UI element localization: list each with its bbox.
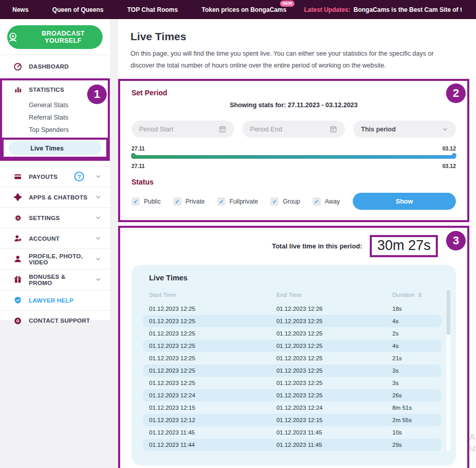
table-row: 01.12.2023 12:2501.12.2023 12:252s	[143, 327, 441, 340]
period-preset-value: This period	[361, 126, 396, 133]
cell-start-time: 01.12.2023 12:25	[149, 355, 276, 361]
cell-duration: 10s	[392, 429, 435, 436]
slider-labels-top: 27.11 03.12	[132, 145, 456, 152]
credit-card-icon	[13, 172, 22, 181]
showing-stats-text: Showing stats for: 27.11.2023 - 03.12.20…	[132, 102, 456, 109]
contact-support-label: CONTACT SUPPORT	[29, 317, 90, 324]
date-range-slider: 27.11 03.12 27.11 03.12	[132, 145, 456, 169]
annotation-box-1-inner: Live Times	[2, 138, 108, 159]
annotation-box-1: 1 STATISTICS General Stats Referral Stat…	[0, 78, 110, 161]
sidebar-item-bonuses-promo[interactable]: BONUSES & PROMO	[0, 269, 110, 290]
webcam-icon	[7, 31, 19, 43]
column-header-duration[interactable]: Duration ⇅	[392, 292, 435, 298]
period-start-input[interactable]: Period Start	[132, 121, 234, 138]
checkbox-public[interactable]: ✓ Public	[132, 197, 161, 206]
sidebar-item-contact-support[interactable]: CONTACT SUPPORT	[0, 310, 110, 331]
sidebar-item-top-spenders[interactable]: Top Spenders	[2, 124, 108, 136]
payouts-help-icon[interactable]: ?	[74, 172, 84, 181]
sidebar-item-live-times[interactable]: Live Times	[4, 140, 106, 157]
cell-duration: 3s	[392, 367, 435, 374]
apps-chatbots-label: APPS & CHATBOTS	[29, 194, 88, 200]
nav-news[interactable]: News	[12, 6, 28, 13]
cell-start-time: 01.12.2023 12:12	[149, 417, 276, 423]
sort-icon[interactable]: ⇅	[418, 292, 422, 298]
checkbox-away[interactable]: ✓ Away	[313, 197, 340, 206]
column-header-start-time: Start Time	[149, 292, 276, 298]
cell-end-time: 01.12.2023 12:15	[276, 417, 392, 423]
nav-queen-of-queens[interactable]: Queen of Queens	[52, 6, 103, 13]
slider-track[interactable]	[132, 155, 456, 159]
sidebar-item-referral-stats[interactable]: Referral Stats	[2, 111, 108, 124]
sidebar-item-settings[interactable]: SETTINGS	[0, 207, 110, 228]
cell-duration: 21s	[392, 355, 435, 361]
checkbox-checked-icon: ✓	[173, 197, 182, 206]
dashboard-gauge-icon	[13, 62, 22, 71]
results-panel: 3 Total live time in this period: 30m 27…	[118, 226, 469, 468]
sidebar-item-apps-chatbots[interactable]: APPS & CHATBOTS	[0, 187, 110, 207]
live-times-card-title: Live Times	[149, 274, 456, 282]
cell-duration: 8m 51s	[392, 405, 435, 411]
calendar-icon	[330, 125, 337, 133]
table-row: 01.12.2023 12:2501.12.2023 12:2618s	[143, 303, 441, 315]
slider-start-label-top: 27.11	[132, 145, 145, 152]
account-label: ACCOUNT	[29, 236, 60, 242]
cell-end-time: 01.12.2023 11:45	[276, 429, 392, 436]
sidebar-item-account[interactable]: ACCOUNT	[0, 228, 110, 248]
table-row: 01.12.2023 11:4501.12.2023 11:4510s	[143, 426, 441, 439]
cell-end-time: 01.12.2023 12:25	[276, 367, 392, 374]
table-scrollbar[interactable]	[447, 289, 450, 451]
support-icon	[13, 316, 22, 325]
column-header-end-time: End Time	[276, 292, 392, 298]
checkbox-private-label: Private	[186, 198, 205, 205]
cell-end-time: 01.12.2023 12:25	[276, 392, 392, 398]
table-scrollbar-thumb[interactable]	[447, 290, 450, 335]
total-live-time-label: Total live time in this period:	[272, 242, 362, 250]
nav-top-chat-rooms[interactable]: TOP Chat Rooms	[127, 6, 178, 13]
table-row: 01.12.2023 12:1201.12.2023 12:152m 55s	[143, 414, 441, 426]
period-end-placeholder: Period End	[250, 126, 282, 133]
cell-end-time: 01.12.2023 12:25	[276, 355, 392, 361]
checkbox-group[interactable]: ✓ Group	[270, 197, 300, 206]
cell-end-time: 01.12.2023 12:26	[276, 306, 392, 312]
checkbox-checked-icon: ✓	[217, 197, 225, 206]
ticker-message: BongaCams is the Best Cam Site of the Ye…	[353, 6, 462, 13]
checkbox-fullprivate[interactable]: ✓ Fullprivate	[217, 197, 258, 206]
chevron-down-icon	[95, 173, 102, 180]
top-navigation-bar: News Queen of Queens TOP Chat Rooms Toke…	[0, 0, 476, 19]
show-button[interactable]: Show	[353, 193, 456, 210]
chevron-down-icon	[95, 256, 102, 262]
slider-end-label-top: 03.12	[442, 145, 456, 152]
checkbox-checked-icon: ✓	[132, 197, 140, 206]
shield-check-icon	[13, 296, 22, 305]
chevron-down-icon	[442, 126, 448, 132]
chevron-down-icon	[95, 214, 102, 221]
checkbox-private[interactable]: ✓ Private	[173, 197, 205, 206]
table-row: 01.12.2023 12:2501.12.2023 12:254s	[143, 315, 441, 327]
duration-header-label: Duration	[392, 292, 415, 298]
cell-start-time: 01.12.2023 12:25	[149, 343, 276, 349]
table-row: 01.12.2023 12:2501.12.2023 12:253s	[143, 364, 441, 377]
cell-end-time: 01.12.2023 12:25	[276, 343, 392, 349]
sidebar-item-lawyer-help[interactable]: LAWYER HELP	[0, 290, 110, 310]
dashboard-label: DASHBOARD	[29, 63, 69, 70]
sidebar-item-dashboard[interactable]: DASHBOARD	[0, 55, 110, 78]
sidebar-item-profile-photo-video[interactable]: PROFILE, PHOTO, VIDEO	[0, 248, 110, 269]
broadcast-yourself-button[interactable]: BROADCAST YOURSELF	[7, 25, 103, 49]
slider-handle-start[interactable]	[131, 153, 136, 158]
nav-token-prices[interactable]: Token prices on BongaCams NEW	[202, 6, 286, 13]
cell-start-time: 01.12.2023 12:25	[149, 306, 276, 312]
broadcast-yourself-label: BROADCAST YOURSELF	[24, 30, 103, 44]
period-preset-select[interactable]: This period	[353, 121, 456, 138]
sidebar-item-payouts[interactable]: PAYOUTS ?	[0, 166, 110, 187]
puzzle-icon	[13, 193, 22, 202]
annotation-badge-3: 3	[446, 231, 466, 250]
cell-start-time: 01.12.2023 12:25	[149, 380, 276, 386]
cell-start-time: 01.12.2023 12:25	[149, 367, 276, 374]
slider-handle-end[interactable]	[452, 153, 456, 158]
period-end-input[interactable]: Period End	[242, 121, 345, 138]
gift-icon	[13, 275, 22, 284]
cell-duration: 26s	[392, 392, 435, 398]
cell-end-time: 01.12.2023 11:45	[276, 442, 392, 448]
status-checkboxes: ✓ Public ✓ Private ✓ Fullprivate ✓ Group	[132, 197, 340, 206]
checkbox-checked-icon: ✓	[313, 197, 321, 206]
